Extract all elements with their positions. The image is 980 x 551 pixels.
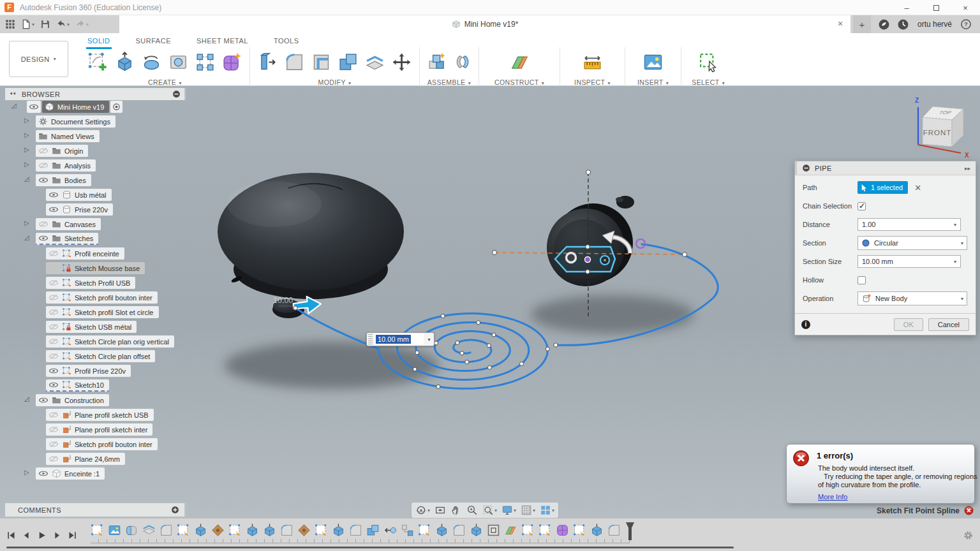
- visibility-eye-icon[interactable]: [48, 191, 59, 199]
- tree-item-sketch-circle-plan-orig-vertical[interactable]: Sketch Circle plan orig vertical: [46, 335, 174, 348]
- timeline-feature-mirror[interactable]: [383, 524, 397, 537]
- tree-item-sketch-profil-usb[interactable]: Sketch Profil USB: [46, 277, 135, 289]
- tree-item-sketch-usb-m-tal[interactable]: Sketch USB métal: [46, 321, 137, 333]
- timeline-feature-fillet[interactable]: [160, 524, 173, 537]
- timeline-feature-extrude[interactable]: [263, 524, 276, 537]
- hollow-checkbox[interactable]: [858, 276, 866, 284]
- grid-settings-icon[interactable]: [521, 504, 532, 516]
- collapse-all-icon[interactable]: [172, 90, 181, 98]
- dimension-input-box[interactable]: 10.00 mm ▾: [366, 332, 434, 346]
- go-to-end-icon[interactable]: [68, 531, 77, 540]
- file-menu-icon[interactable]: [21, 19, 31, 29]
- visibility-eye-icon[interactable]: [48, 264, 59, 272]
- pattern-icon[interactable]: [195, 52, 216, 73]
- timeline-playhead[interactable]: [626, 522, 634, 540]
- timeline-feature-sketch[interactable]: [177, 524, 190, 537]
- tree-item-sketches[interactable]: Sketches: [36, 233, 98, 245]
- timeline-feature-extrude[interactable]: [246, 524, 259, 537]
- timeline-feature-sketch[interactable]: [418, 524, 431, 537]
- construct-plane-icon[interactable]: [509, 52, 530, 73]
- timeline-feature-shell[interactable]: [487, 524, 500, 537]
- tree-item-origin[interactable]: Origin: [36, 145, 88, 157]
- expand-arrow-icon[interactable]: ▷: [24, 469, 29, 476]
- visibility-eye-icon[interactable]: [38, 176, 48, 184]
- dialog-expand-icon[interactable]: ▸▸: [965, 165, 970, 172]
- visibility-toggle[interactable]: [27, 101, 41, 113]
- extensions-icon[interactable]: [878, 18, 890, 31]
- section-size-input[interactable]: 10.00 mm▾: [858, 255, 961, 268]
- visibility-eye-icon[interactable]: [48, 440, 59, 448]
- collapse-panel-icon[interactable]: [9, 91, 17, 98]
- collapse-arrow-icon[interactable]: ◿: [24, 395, 29, 402]
- expand-arrow-icon[interactable]: ▷: [24, 131, 29, 138]
- dimension-dropdown-icon[interactable]: ▾: [424, 337, 434, 342]
- section-select[interactable]: Circular▾: [858, 236, 967, 250]
- timeline-feature-hole[interactable]: [211, 524, 225, 537]
- visibility-eye-icon[interactable]: [38, 147, 48, 155]
- play-icon[interactable]: [37, 531, 47, 540]
- collapse-arrow-icon[interactable]: ◿: [11, 102, 17, 109]
- visibility-eye-icon[interactable]: [48, 308, 59, 316]
- split-body-icon[interactable]: [364, 52, 385, 73]
- tree-item-named-views[interactable]: Named Views: [36, 130, 100, 142]
- create-sketch-icon[interactable]: [87, 52, 108, 73]
- cancel-button[interactable]: Cancel: [928, 318, 969, 331]
- timeline-feature-sketch[interactable]: [538, 524, 552, 537]
- user-name[interactable]: ortu hervé: [917, 20, 952, 29]
- tree-item-sketch-profil-bouton-inter[interactable]: Sketch profil bouton inter: [46, 438, 158, 450]
- fillet-icon[interactable]: [284, 52, 305, 73]
- tree-item-analysis[interactable]: Analysis: [36, 159, 96, 172]
- timeline-feature-fillet[interactable]: [607, 524, 621, 537]
- help-icon[interactable]: ?: [960, 18, 972, 30]
- hole-icon[interactable]: [168, 52, 189, 73]
- path-selected-button[interactable]: 1 selected: [858, 181, 908, 194]
- orbit-icon[interactable]: [415, 504, 427, 516]
- revolve-icon[interactable]: [141, 52, 162, 73]
- comments-panel[interactable]: COMMENTS: [5, 503, 186, 517]
- sketch-profile-hexagon[interactable]: [555, 247, 615, 272]
- more-info-link[interactable]: More Info: [818, 493, 847, 501]
- tree-item-plane-profil-sketch-usb[interactable]: Plane profil sketch USB: [46, 409, 154, 421]
- viewport-3d[interactable]: 10.00 FRONT TOP Z X: [0, 86, 980, 518]
- timeline-feature-extrude[interactable]: [590, 524, 604, 537]
- expand-arrow-icon[interactable]: ▷: [24, 146, 29, 153]
- visibility-eye-icon[interactable]: [38, 220, 48, 228]
- distance-input[interactable]: 1.00▾: [858, 218, 961, 231]
- activate-component-radio[interactable]: [110, 101, 122, 113]
- visibility-eye-icon[interactable]: [38, 234, 48, 242]
- tree-item-bodies[interactable]: Bodies: [36, 174, 91, 186]
- undo-icon[interactable]: [56, 19, 66, 29]
- timeline-feature-split[interactable]: [142, 524, 156, 537]
- visibility-eye-icon[interactable]: [48, 381, 59, 389]
- path-clear-icon[interactable]: ✕: [914, 183, 921, 193]
- visibility-eye-icon[interactable]: [48, 352, 59, 360]
- create-form-icon[interactable]: [221, 52, 242, 73]
- minimize-button[interactable]: –: [892, 0, 921, 15]
- timeline-feature-sketch[interactable]: [91, 524, 104, 537]
- tree-item-construction[interactable]: Construction: [36, 394, 109, 406]
- tree-item-plane-profil-sketch-inter[interactable]: Plane profil sketch inter: [46, 423, 152, 436]
- job-status-icon[interactable]: [897, 18, 909, 31]
- insert-image-icon[interactable]: [642, 52, 664, 73]
- collapse-arrow-icon[interactable]: ◿: [24, 175, 29, 182]
- visibility-eye-icon[interactable]: [48, 293, 59, 302]
- tree-item-sketch-mousse-base[interactable]: Sketch Mousse base: [46, 262, 145, 274]
- timeline-feature-plane[interactable]: [504, 524, 517, 537]
- tree-item-prise-220v[interactable]: Prise 220v: [46, 203, 113, 216]
- expand-arrow-icon[interactable]: ▷: [24, 117, 29, 124]
- timeline-feature-extrude[interactable]: [435, 524, 449, 537]
- tab-close-icon[interactable]: ×: [835, 18, 845, 29]
- visibility-eye-icon[interactable]: [48, 455, 59, 463]
- tree-item-usb-m-tal[interactable]: Usb métal: [46, 189, 112, 201]
- measure-icon[interactable]: [582, 52, 603, 73]
- add-comment-icon[interactable]: [171, 506, 179, 514]
- timeline-settings-gear-icon[interactable]: [963, 530, 974, 541]
- timeline-feature-sketch[interactable]: [228, 524, 242, 537]
- tree-item-mini-home-v19[interactable]: Mini Home v19: [42, 101, 109, 113]
- document-tab[interactable]: Mini Home v19* ×: [119, 15, 850, 33]
- timeline-feature-pattern[interactable]: [401, 524, 414, 537]
- tree-item-sketch-profil-slot-et-circle[interactable]: Sketch profil Slot et circle: [46, 306, 159, 318]
- step-forward-icon[interactable]: [52, 531, 62, 540]
- timeline-feature-canvas[interactable]: [108, 524, 121, 537]
- visibility-eye-icon[interactable]: [48, 323, 59, 331]
